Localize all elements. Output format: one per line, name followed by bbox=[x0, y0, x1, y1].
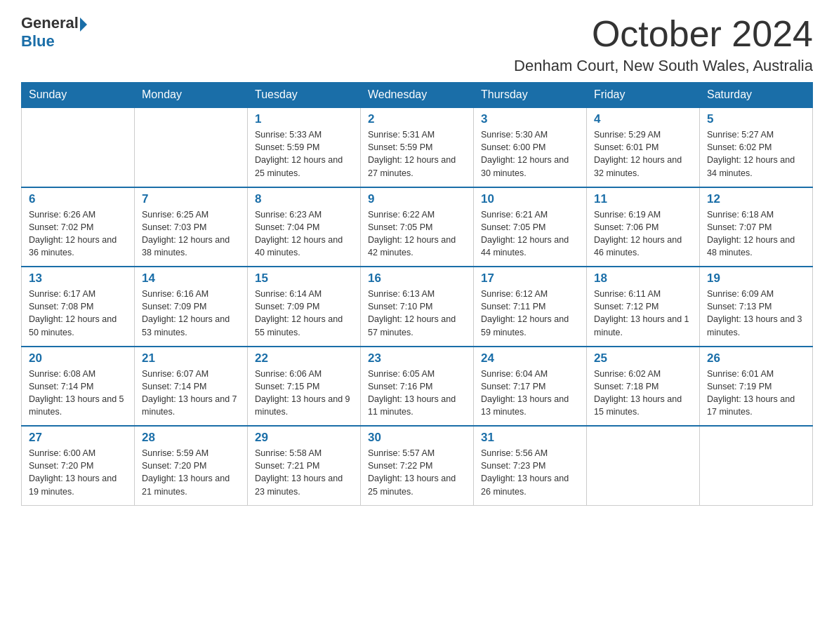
calendar-cell: 15Sunrise: 6:14 AM Sunset: 7:09 PM Dayli… bbox=[248, 267, 361, 347]
calendar-cell: 14Sunrise: 6:16 AM Sunset: 7:09 PM Dayli… bbox=[135, 267, 248, 347]
day-info: Sunrise: 5:29 AM Sunset: 6:01 PM Dayligh… bbox=[594, 128, 692, 180]
calendar-cell: 13Sunrise: 6:17 AM Sunset: 7:08 PM Dayli… bbox=[22, 267, 135, 347]
calendar-cell: 30Sunrise: 5:57 AM Sunset: 7:22 PM Dayli… bbox=[361, 426, 474, 505]
day-info: Sunrise: 6:06 AM Sunset: 7:15 PM Dayligh… bbox=[255, 368, 353, 419]
day-number: 4 bbox=[594, 112, 692, 126]
day-info: Sunrise: 6:14 AM Sunset: 7:09 PM Dayligh… bbox=[255, 288, 353, 339]
day-number: 5 bbox=[707, 112, 805, 126]
location-title: Denham Court, New South Wales, Australia bbox=[514, 57, 813, 75]
calendar-week-row: 1Sunrise: 5:33 AM Sunset: 5:59 PM Daylig… bbox=[22, 107, 813, 187]
calendar-header-friday: Friday bbox=[587, 83, 700, 108]
day-info: Sunrise: 6:01 AM Sunset: 7:19 PM Dayligh… bbox=[707, 368, 805, 419]
calendar-header-thursday: Thursday bbox=[474, 83, 587, 108]
day-number: 21 bbox=[142, 351, 240, 365]
logo: General Blue bbox=[21, 14, 87, 51]
calendar-cell bbox=[587, 426, 700, 505]
day-info: Sunrise: 6:23 AM Sunset: 7:04 PM Dayligh… bbox=[255, 208, 353, 260]
day-number: 6 bbox=[29, 192, 127, 206]
day-info: Sunrise: 5:56 AM Sunset: 7:23 PM Dayligh… bbox=[481, 447, 579, 498]
day-number: 16 bbox=[368, 271, 466, 286]
calendar-cell: 23Sunrise: 6:05 AM Sunset: 7:16 PM Dayli… bbox=[361, 347, 474, 427]
day-info: Sunrise: 6:11 AM Sunset: 7:12 PM Dayligh… bbox=[594, 288, 692, 339]
day-info: Sunrise: 6:13 AM Sunset: 7:10 PM Dayligh… bbox=[368, 288, 466, 339]
day-info: Sunrise: 6:25 AM Sunset: 7:03 PM Dayligh… bbox=[142, 208, 240, 260]
month-title: October 2024 bbox=[514, 14, 813, 54]
day-info: Sunrise: 6:21 AM Sunset: 7:05 PM Dayligh… bbox=[481, 208, 579, 260]
calendar-week-row: 20Sunrise: 6:08 AM Sunset: 7:14 PM Dayli… bbox=[22, 347, 813, 427]
calendar-cell: 24Sunrise: 6:04 AM Sunset: 7:17 PM Dayli… bbox=[474, 347, 587, 427]
day-info: Sunrise: 6:18 AM Sunset: 7:07 PM Dayligh… bbox=[707, 208, 805, 260]
day-number: 7 bbox=[142, 192, 240, 206]
day-number: 12 bbox=[707, 192, 805, 206]
day-number: 13 bbox=[29, 271, 127, 286]
day-info: Sunrise: 5:33 AM Sunset: 5:59 PM Dayligh… bbox=[255, 128, 353, 180]
day-number: 15 bbox=[255, 271, 353, 286]
calendar-week-row: 6Sunrise: 6:26 AM Sunset: 7:02 PM Daylig… bbox=[22, 187, 813, 267]
calendar-cell: 22Sunrise: 6:06 AM Sunset: 7:15 PM Dayli… bbox=[248, 347, 361, 427]
calendar-cell: 3Sunrise: 5:30 AM Sunset: 6:00 PM Daylig… bbox=[474, 107, 587, 187]
day-info: Sunrise: 6:00 AM Sunset: 7:20 PM Dayligh… bbox=[29, 447, 127, 498]
day-info: Sunrise: 5:27 AM Sunset: 6:02 PM Dayligh… bbox=[707, 128, 805, 180]
calendar-table: SundayMondayTuesdayWednesdayThursdayFrid… bbox=[21, 82, 813, 506]
calendar-week-row: 27Sunrise: 6:00 AM Sunset: 7:20 PM Dayli… bbox=[22, 426, 813, 505]
calendar-cell: 21Sunrise: 6:07 AM Sunset: 7:14 PM Dayli… bbox=[135, 347, 248, 427]
calendar-cell: 17Sunrise: 6:12 AM Sunset: 7:11 PM Dayli… bbox=[474, 267, 587, 347]
calendar-cell: 20Sunrise: 6:08 AM Sunset: 7:14 PM Dayli… bbox=[22, 347, 135, 427]
day-info: Sunrise: 6:05 AM Sunset: 7:16 PM Dayligh… bbox=[368, 368, 466, 419]
page-header: General Blue October 2024 Denham Court, … bbox=[21, 14, 813, 75]
calendar-cell bbox=[700, 426, 813, 505]
calendar-cell: 5Sunrise: 5:27 AM Sunset: 6:02 PM Daylig… bbox=[700, 107, 813, 187]
day-info: Sunrise: 5:31 AM Sunset: 5:59 PM Dayligh… bbox=[368, 128, 466, 180]
day-number: 11 bbox=[594, 192, 692, 206]
day-number: 31 bbox=[481, 431, 579, 445]
day-number: 29 bbox=[255, 431, 353, 445]
calendar-header-sunday: Sunday bbox=[22, 83, 135, 108]
day-info: Sunrise: 5:57 AM Sunset: 7:22 PM Dayligh… bbox=[368, 447, 466, 498]
calendar-cell: 31Sunrise: 5:56 AM Sunset: 7:23 PM Dayli… bbox=[474, 426, 587, 505]
day-number: 26 bbox=[707, 351, 805, 365]
calendar-cell: 10Sunrise: 6:21 AM Sunset: 7:05 PM Dayli… bbox=[474, 187, 587, 267]
day-number: 28 bbox=[142, 431, 240, 445]
day-number: 24 bbox=[481, 351, 579, 365]
title-area: October 2024 Denham Court, New South Wal… bbox=[514, 14, 813, 75]
day-number: 27 bbox=[29, 431, 127, 445]
day-info: Sunrise: 6:16 AM Sunset: 7:09 PM Dayligh… bbox=[142, 288, 240, 339]
day-number: 3 bbox=[481, 112, 579, 126]
day-number: 19 bbox=[707, 271, 805, 286]
logo-arrow-icon bbox=[80, 18, 87, 32]
day-number: 14 bbox=[142, 271, 240, 286]
day-info: Sunrise: 6:02 AM Sunset: 7:18 PM Dayligh… bbox=[594, 368, 692, 419]
day-number: 9 bbox=[368, 192, 466, 206]
calendar-header-monday: Monday bbox=[135, 83, 248, 108]
day-number: 22 bbox=[255, 351, 353, 365]
calendar-cell: 8Sunrise: 6:23 AM Sunset: 7:04 PM Daylig… bbox=[248, 187, 361, 267]
calendar-cell bbox=[135, 107, 248, 187]
day-number: 30 bbox=[368, 431, 466, 445]
day-number: 18 bbox=[594, 271, 692, 286]
calendar-cell: 4Sunrise: 5:29 AM Sunset: 6:01 PM Daylig… bbox=[587, 107, 700, 187]
day-info: Sunrise: 6:12 AM Sunset: 7:11 PM Dayligh… bbox=[481, 288, 579, 339]
calendar-cell: 1Sunrise: 5:33 AM Sunset: 5:59 PM Daylig… bbox=[248, 107, 361, 187]
day-info: Sunrise: 6:08 AM Sunset: 7:14 PM Dayligh… bbox=[29, 368, 127, 419]
calendar-cell: 6Sunrise: 6:26 AM Sunset: 7:02 PM Daylig… bbox=[22, 187, 135, 267]
day-info: Sunrise: 6:19 AM Sunset: 7:06 PM Dayligh… bbox=[594, 208, 692, 260]
calendar-cell: 26Sunrise: 6:01 AM Sunset: 7:19 PM Dayli… bbox=[700, 347, 813, 427]
calendar-cell: 7Sunrise: 6:25 AM Sunset: 7:03 PM Daylig… bbox=[135, 187, 248, 267]
day-info: Sunrise: 6:26 AM Sunset: 7:02 PM Dayligh… bbox=[29, 208, 127, 260]
calendar-cell: 12Sunrise: 6:18 AM Sunset: 7:07 PM Dayli… bbox=[700, 187, 813, 267]
day-info: Sunrise: 6:07 AM Sunset: 7:14 PM Dayligh… bbox=[142, 368, 240, 419]
logo-general-text: General bbox=[21, 14, 79, 32]
calendar-cell: 19Sunrise: 6:09 AM Sunset: 7:13 PM Dayli… bbox=[700, 267, 813, 347]
calendar-header-row: SundayMondayTuesdayWednesdayThursdayFrid… bbox=[22, 83, 813, 108]
calendar-cell: 16Sunrise: 6:13 AM Sunset: 7:10 PM Dayli… bbox=[361, 267, 474, 347]
calendar-cell: 18Sunrise: 6:11 AM Sunset: 7:12 PM Dayli… bbox=[587, 267, 700, 347]
day-info: Sunrise: 6:17 AM Sunset: 7:08 PM Dayligh… bbox=[29, 288, 127, 339]
calendar-cell: 9Sunrise: 6:22 AM Sunset: 7:05 PM Daylig… bbox=[361, 187, 474, 267]
calendar-cell bbox=[22, 107, 135, 187]
day-number: 20 bbox=[29, 351, 127, 365]
calendar-cell: 25Sunrise: 6:02 AM Sunset: 7:18 PM Dayli… bbox=[587, 347, 700, 427]
calendar-week-row: 13Sunrise: 6:17 AM Sunset: 7:08 PM Dayli… bbox=[22, 267, 813, 347]
calendar-header-wednesday: Wednesday bbox=[361, 83, 474, 108]
calendar-cell: 2Sunrise: 5:31 AM Sunset: 5:59 PM Daylig… bbox=[361, 107, 474, 187]
day-number: 8 bbox=[255, 192, 353, 206]
